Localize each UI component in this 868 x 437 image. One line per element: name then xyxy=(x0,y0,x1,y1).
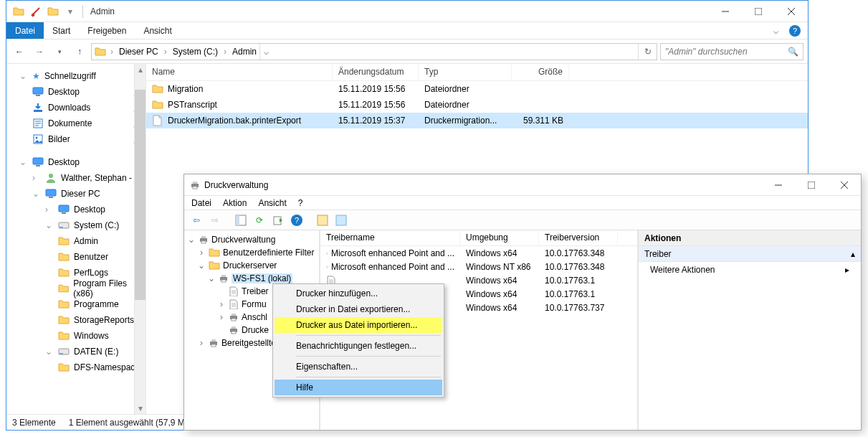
tree-root[interactable]: ⌄Druckverwaltung xyxy=(184,233,319,246)
nav-folder-item[interactable]: Programme xyxy=(6,296,146,312)
maximize-button[interactable] xyxy=(742,1,775,22)
col-name[interactable]: Name xyxy=(146,64,333,80)
search-input[interactable] xyxy=(665,47,788,57)
svg-rect-19 xyxy=(336,215,346,225)
address-dropdown-icon[interactable]: ⌵ xyxy=(259,44,272,60)
qat-dropdown-icon[interactable]: ▾ xyxy=(62,4,78,19)
refresh-button[interactable]: ↻ xyxy=(638,44,657,60)
ribbon-tab-view[interactable]: Ansicht xyxy=(135,22,180,39)
qat-properties-icon[interactable] xyxy=(28,4,44,19)
mmc-maximize-button[interactable] xyxy=(795,174,828,196)
nav-desktop[interactable]: ⌄Desktop xyxy=(6,154,146,170)
tb-help-button[interactable]: ? xyxy=(289,212,305,228)
actions-group[interactable]: Treiber ▴ xyxy=(639,246,861,262)
ribbon-tab-file[interactable]: Datei xyxy=(6,22,44,39)
col-type[interactable]: Typ xyxy=(419,64,512,80)
list-item[interactable]: DruckerMigration.bak.printerExport15.11.… xyxy=(146,113,808,128)
nav-thispc-systemc[interactable]: ⌄System (C:) xyxy=(6,217,146,233)
ctx-add-printer[interactable]: Drucker hinzufügen... xyxy=(275,286,442,301)
ctx-export[interactable]: Drucker in Datei exportieren... xyxy=(275,301,442,317)
tb-view2-button[interactable] xyxy=(333,212,349,228)
ctx-notifications[interactable]: Benachrichtigungen festlegen... xyxy=(275,338,442,354)
ctx-import[interactable]: Drucker aus Datei importieren... xyxy=(275,317,442,333)
mmc-close-button[interactable] xyxy=(828,174,861,196)
menu-view[interactable]: Ansicht xyxy=(258,198,286,208)
ribbon-tab-start[interactable]: Start xyxy=(44,22,79,39)
mmc-col-env[interactable]: Umgebung xyxy=(460,230,539,245)
col-date[interactable]: Änderungsdatum xyxy=(333,64,419,80)
driver-ver: 10.0.17763.348 xyxy=(539,262,618,272)
actions-more[interactable]: Weitere Aktionen ▸ xyxy=(639,262,861,278)
collapse-icon[interactable]: ▴ xyxy=(851,249,855,259)
ribbon-tab-share[interactable]: Freigeben xyxy=(79,22,135,39)
menu-action[interactable]: Aktion xyxy=(223,198,247,208)
help-button[interactable]: ? xyxy=(786,22,803,39)
nav-quick-documents[interactable]: Dokumente📌 xyxy=(6,116,146,131)
nav-folder-item[interactable]: Benutzer xyxy=(6,249,146,265)
mmc-col-name[interactable]: Treibername xyxy=(320,230,460,245)
chevron-right-icon[interactable]: › xyxy=(108,47,116,57)
nav-folder-item[interactable]: Windows xyxy=(6,328,146,344)
driver-env: Windows x64 xyxy=(460,248,539,258)
nav-folder-item[interactable]: Program Files (x86) xyxy=(6,281,146,296)
list-header[interactable]: Name Änderungsdatum Typ Größe xyxy=(146,64,808,81)
chevron-right-icon[interactable]: › xyxy=(161,47,170,57)
nav-quick-pictures[interactable]: Bilder📌 xyxy=(6,131,146,147)
scroll-up-icon[interactable]: ▴ xyxy=(135,64,146,75)
scroll-thumb[interactable] xyxy=(135,90,146,300)
breadcrumb-bar[interactable]: › Dieser PC › System (C:) › Admin ⌵ ↻ xyxy=(91,43,657,60)
desktop-icon xyxy=(32,156,44,168)
breadcrumb-thispc[interactable]: Dieser PC xyxy=(118,47,160,57)
folder-icon xyxy=(58,314,70,326)
nav-thispc[interactable]: ⌄Dieser PC xyxy=(6,186,146,202)
navpane-scrollbar[interactable]: ▴ ▾ xyxy=(134,64,146,414)
context-menu: Drucker hinzufügen... Drucker in Datei e… xyxy=(272,283,444,398)
nav-thispc-desktop[interactable]: ›Desktop xyxy=(6,202,146,217)
tree-servers[interactable]: ⌄Druckerserver xyxy=(184,259,319,272)
nav-user[interactable]: ›Walther, Stephan - T1 xyxy=(6,170,146,186)
nav-quick-desktop[interactable]: Desktop📌 xyxy=(6,84,146,100)
chevron-right-icon[interactable]: › xyxy=(221,47,229,57)
mmc-col-ver[interactable]: Treiberversion xyxy=(539,230,618,245)
ctx-properties[interactable]: Eigenschaften... xyxy=(275,359,442,375)
ctx-help[interactable]: Hilfe xyxy=(275,380,442,395)
tb-refresh-button[interactable]: ⟳ xyxy=(252,212,267,228)
ribbon-expand-icon[interactable]: ⌵ xyxy=(765,22,786,39)
tree-item-label: Formu xyxy=(242,299,267,309)
nav-forward-button[interactable]: → xyxy=(31,43,48,60)
computer-icon xyxy=(45,188,57,199)
breadcrumb-folder-icon xyxy=(95,46,106,57)
tree-filters[interactable]: ›Benutzerdefinierte Filter xyxy=(184,246,319,259)
tb-back-button[interactable]: ⇦ xyxy=(189,212,204,228)
list-item[interactable]: Migration15.11.2019 15:56Dateiordner xyxy=(146,81,808,97)
col-size[interactable]: Größe xyxy=(512,64,569,80)
nav-recent-dropdown[interactable]: ▾ xyxy=(51,43,68,60)
menu-help[interactable]: ? xyxy=(298,198,303,208)
scroll-down-icon[interactable]: ▾ xyxy=(135,403,146,414)
list-item[interactable]: PSTranscript15.11.2019 15:56Dateiordner xyxy=(146,97,808,113)
nav-folder-item[interactable]: StorageReports xyxy=(6,312,146,328)
driver-row[interactable]: Microsoft enhanced Point and ...Windows … xyxy=(320,246,637,260)
nav-quickaccess[interactable]: ⌄★ Schnellzugriff xyxy=(6,68,146,84)
nav-up-button[interactable]: ↑ xyxy=(71,43,88,60)
close-button[interactable] xyxy=(775,1,808,22)
breadcrumb-folder[interactable]: Admin xyxy=(231,47,258,57)
mmc-list-header[interactable]: Treibername Umgebung Treiberversion xyxy=(320,230,637,246)
tb-showhide-button[interactable] xyxy=(233,212,249,228)
tb-export-button[interactable] xyxy=(270,212,286,228)
nav-thispc-daten[interactable]: ⌄DATEN (E:) xyxy=(6,344,146,360)
minimize-button[interactable] xyxy=(709,1,742,22)
menu-file[interactable]: Datei xyxy=(191,198,211,208)
nav-quick-downloads[interactable]: Downloads📌 xyxy=(6,100,146,116)
mmc-minimize-button[interactable] xyxy=(762,174,795,196)
breadcrumb-drive[interactable]: System (C:) xyxy=(171,47,219,57)
tb-view1-button[interactable] xyxy=(315,212,330,228)
search-box[interactable]: 🔍 xyxy=(660,43,803,60)
nav-folder-item[interactable]: Admin xyxy=(6,233,146,249)
driver-row[interactable]: Microsoft enhanced Point and ...Windows … xyxy=(320,260,637,273)
tb-forward-button[interactable]: ⇨ xyxy=(207,212,223,228)
qat-newfolder-icon[interactable] xyxy=(45,4,61,19)
nav-folder-item[interactable]: DFS-Namespaces xyxy=(6,360,146,375)
printer-icon xyxy=(209,338,219,348)
nav-back-button[interactable]: ← xyxy=(11,43,28,60)
